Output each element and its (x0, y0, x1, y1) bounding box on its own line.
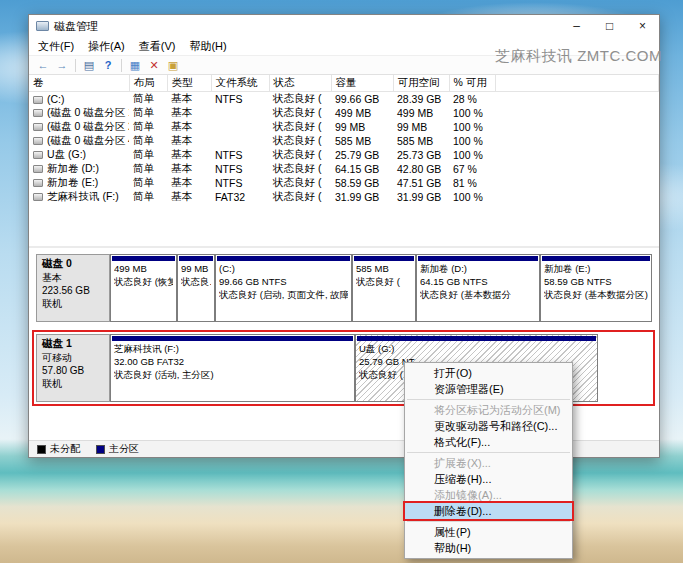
menubar-item-action[interactable]: 操作(A) (81, 38, 132, 55)
cell-status: 状态良好 ( (269, 176, 331, 190)
partition-label-line: 99.66 GB NTFS (219, 276, 348, 289)
volume-row[interactable]: (磁盘 0 磁盘分区 4)简单基本状态良好 (585 MB585 MB100 % (29, 134, 659, 148)
partition-label-line: 64.15 GB NTFS (420, 276, 536, 289)
context-menu-item-open[interactable]: 打开(O) (405, 365, 572, 381)
delete-icon[interactable]: ✕ (145, 57, 163, 74)
volume-name: (磁盘 0 磁盘分区 4) (47, 134, 129, 146)
console-tree-icon[interactable]: ▤ (80, 57, 98, 74)
cell-free: 28.39 GB (393, 92, 449, 107)
column-header-pct[interactable]: % 可用 (449, 75, 495, 92)
disk-size: 223.56 GB (42, 284, 104, 297)
context-menu-item-delete[interactable]: 删除卷(D)... (405, 503, 572, 519)
cell-capacity: 99.66 GB (331, 92, 393, 107)
column-header-free[interactable]: 可用空间 (393, 75, 449, 92)
volume-row[interactable]: U盘 (G:)简单基本NTFS状态良好 (25.79 GB25.73 GB100… (29, 148, 659, 162)
partition-label-line: 状态良好 ( (356, 276, 412, 289)
volume-icon (33, 137, 43, 145)
volume-row[interactable]: (磁盘 0 磁盘分区 1)简单基本状态良好 (499 MB499 MB100 % (29, 106, 659, 120)
volume-name: U盘 (G:) (47, 148, 86, 160)
volume-row[interactable]: 新加卷 (D:)简单基本NTFS状态良好 (64.15 GB42.80 GB67… (29, 162, 659, 176)
disk-status: 联机 (42, 297, 104, 310)
forward-icon[interactable]: → (53, 57, 71, 74)
context-menu-item-explorer[interactable]: 资源管理器(E) (405, 381, 572, 397)
partition-color-bar (418, 256, 538, 261)
disk-info-1[interactable]: 磁盘 1可移动57.80 GB联机 (36, 334, 110, 402)
partition-f[interactable]: 芝麻科技讯 (F:)32.00 GB FAT32状态良好 (活动, 主分区) (110, 334, 355, 402)
partition-label-line: 状态良好 (启动, 页面文件, 故障 (219, 289, 348, 302)
column-header-status[interactable]: 状态 (269, 75, 331, 92)
context-menu-item-properties[interactable]: 属性(P) (405, 524, 572, 540)
partition-recovery[interactable]: 499 MB状态良好 (恢复 (110, 254, 177, 322)
partition-d[interactable]: 新加卷 (D:)64.15 GB NTFS状态良好 (基本数据分 (416, 254, 540, 322)
partition-label-line: 状态良... (181, 276, 211, 289)
context-menu-item-help[interactable]: 帮助(H) (405, 540, 572, 556)
partition-label-line: 58.59 GB NTFS (544, 276, 648, 289)
partition-color-bar (112, 256, 175, 261)
cell-type: 基本 (167, 190, 211, 204)
volume-name: 芝麻科技讯 (F:) (47, 190, 119, 202)
cell-free: 42.80 GB (393, 162, 449, 176)
titlebar[interactable]: 磁盘管理 – □ × (29, 15, 659, 37)
menubar-item-view[interactable]: 查看(V) (132, 38, 183, 55)
menubar-item-help[interactable]: 帮助(H) (182, 38, 233, 55)
partition-labels: 99 MB状态良... (178, 263, 214, 289)
column-header-fs[interactable]: 文件系统 (211, 75, 269, 92)
context-menu-item-change-letter[interactable]: 更改驱动器号和路径(C)... (405, 418, 572, 434)
column-header-type[interactable]: 类型 (167, 75, 211, 92)
volume-row[interactable]: (C:)简单基本NTFS状态良好 (99.66 GB28.39 GB28 % (29, 92, 659, 107)
cell-capacity: 58.59 GB (331, 176, 393, 190)
context-menu-item-shrink[interactable]: 压缩卷(H)... (405, 471, 572, 487)
column-header-capacity[interactable]: 容量 (331, 75, 393, 92)
column-header-volume[interactable]: 卷 (29, 75, 129, 92)
cell-status: 状态良好 ( (269, 134, 331, 148)
volume-row[interactable]: (磁盘 0 磁盘分区 2)简单基本状态良好 (99 MB99 MB100 % (29, 120, 659, 134)
partition-labels: 新加卷 (D:)64.15 GB NTFS状态良好 (基本数据分 (417, 263, 539, 301)
context-menu-item-format[interactable]: 格式化(F)... (405, 434, 572, 450)
volume-row[interactable]: 芝麻科技讯 (F:)简单基本FAT32状态良好 (31.99 GB31.99 G… (29, 190, 659, 204)
site-watermark: 芝麻科技讯 ZMTC.COM (495, 47, 662, 66)
cell-capacity: 31.99 GB (331, 190, 393, 204)
partition-e[interactable]: 新加卷 (E:)58.59 GB NTFS状态良好 (基本数据分区) (540, 254, 652, 322)
context-menu-item-add-mirror: 添加镜像(A)... (405, 487, 572, 503)
partition-label-line: 32.00 GB FAT32 (114, 356, 351, 369)
cell-type: 基本 (167, 162, 211, 176)
cell-free: 25.73 GB (393, 148, 449, 162)
close-button[interactable]: × (626, 15, 659, 37)
cell-capacity: 64.15 GB (331, 162, 393, 176)
cell-layout: 简单 (129, 134, 167, 148)
disk-info-0[interactable]: 磁盘 0基本223.56 GB联机 (36, 254, 110, 322)
help-icon[interactable]: ? (99, 57, 117, 74)
cell-type: 基本 (167, 120, 211, 134)
maximize-button[interactable]: □ (593, 15, 626, 37)
partition-efi[interactable]: 99 MB状态良... (177, 254, 215, 322)
cell-filler (495, 134, 659, 148)
cell-capacity: 25.79 GB (331, 148, 393, 162)
cell-layout: 简单 (129, 176, 167, 190)
cell-pct: 100 % (449, 106, 495, 120)
cell-type: 基本 (167, 106, 211, 120)
cell-pct: 100 % (449, 148, 495, 162)
legend-swatch-unallocated (37, 445, 46, 454)
desktop-background: 磁盘管理 – □ × 文件(F)操作(A)查看(V)帮助(H) ←→▤?▦✕▣ … (0, 0, 683, 563)
back-icon[interactable]: ← (34, 57, 52, 74)
cell-status: 状态良好 ( (269, 106, 331, 120)
cell-layout: 简单 (129, 190, 167, 204)
menubar-item-file[interactable]: 文件(F) (31, 38, 81, 55)
cell-type: 基本 (167, 134, 211, 148)
minimize-button[interactable]: – (560, 15, 593, 37)
cell-volume: 新加卷 (D:) (29, 162, 129, 176)
volume-table-header-row: 卷布局类型文件系统状态容量可用空间% 可用 (29, 75, 659, 92)
partition-c[interactable]: (C:)99.66 GB NTFS状态良好 (启动, 页面文件, 故障 (215, 254, 352, 322)
partition-label-line: 状态良好 (恢复 (114, 276, 173, 289)
disk-row-0: 磁盘 0基本223.56 GB联机499 MB状态良好 (恢复99 MB状态良.… (36, 254, 651, 322)
disk-view-icon[interactable]: ▦ (126, 57, 144, 74)
volume-icon (33, 165, 43, 173)
column-header-layout[interactable]: 布局 (129, 75, 167, 92)
properties-icon[interactable]: ▣ (164, 57, 182, 74)
volume-icon (33, 151, 43, 159)
partition-msr[interactable]: 585 MB状态良好 ( (352, 254, 416, 322)
cell-capacity: 585 MB (331, 134, 393, 148)
cell-layout: 简单 (129, 148, 167, 162)
volume-row[interactable]: 新加卷 (E:)简单基本NTFS状态良好 (58.59 GB47.51 GB81… (29, 176, 659, 190)
legend-label: 主分区 (109, 442, 139, 456)
